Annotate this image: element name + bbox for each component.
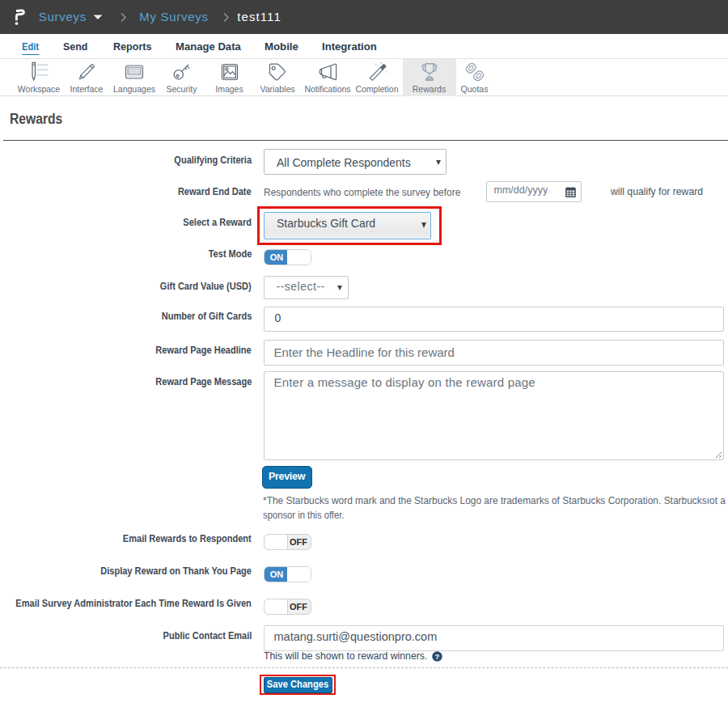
svg-text:?: ? <box>434 651 439 660</box>
